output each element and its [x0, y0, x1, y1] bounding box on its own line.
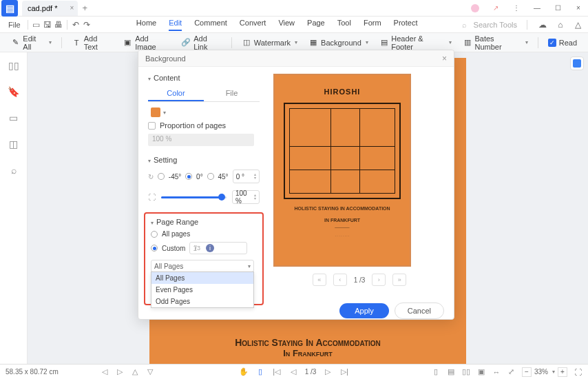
page-subset-select[interactable]: All Pages▾	[151, 260, 254, 272]
search-panel-icon[interactable]: ⌕	[8, 164, 20, 176]
info-icon[interactable]: i	[206, 244, 214, 252]
tab-edit[interactable]: Edit	[169, 19, 182, 31]
tab-home[interactable]: Home	[136, 19, 156, 31]
custom-radio[interactable]	[151, 245, 158, 252]
first-page-icon[interactable]: |◁	[272, 367, 282, 377]
fit-width-icon[interactable]: ↔	[492, 367, 501, 377]
app-logo: ▤	[1, 0, 18, 17]
zoom-in-button[interactable]: +	[558, 367, 567, 377]
view-facing-icon[interactable]: ▯▯	[461, 367, 471, 377]
attachments-icon[interactable]: ▭	[8, 112, 20, 124]
page-range-section: Page Range All pages Custom /3 i All Pag…	[144, 212, 264, 305]
close-window-button[interactable]: ×	[569, 1, 588, 15]
home-icon[interactable]: ⌂	[555, 19, 566, 30]
cancel-button[interactable]: Cancel	[395, 303, 444, 319]
help-icon[interactable]: △	[573, 19, 584, 30]
pager-prev[interactable]: ‹	[333, 274, 347, 286]
content-section-header[interactable]: Content	[148, 74, 260, 82]
dialog-close-button[interactable]: ×	[442, 54, 447, 63]
file-menu[interactable]: File	[4, 21, 25, 29]
opacity-icon: ⛶	[148, 193, 156, 201]
fit-page-icon[interactable]: ⤢	[507, 367, 516, 377]
nav-next-icon[interactable]: ▷	[115, 367, 125, 377]
side-app-badge[interactable]	[570, 57, 584, 70]
color-tab[interactable]: Color	[148, 86, 204, 101]
preview-subtitle2: In Frankfurt	[324, 218, 360, 223]
share-icon[interactable]: ↗	[486, 1, 505, 15]
save-icon[interactable]: 🖫	[42, 19, 53, 30]
pager-next[interactable]: ›	[372, 274, 386, 286]
add-text-button[interactable]: TAdd Text	[67, 32, 116, 53]
setting-section-header[interactable]: Setting	[148, 156, 260, 164]
option-odd-pages[interactable]: Odd Pages	[151, 296, 253, 307]
more-icon[interactable]: ⋮	[507, 1, 526, 15]
nav-up-icon[interactable]: △	[130, 367, 140, 377]
preview-meta: · · · · · · · ·	[335, 234, 350, 238]
hand-tool-icon[interactable]: ✋	[239, 367, 249, 377]
file-tab[interactable]: File	[204, 86, 260, 101]
tab-protect[interactable]: Protect	[394, 19, 418, 31]
account-icon[interactable]	[465, 1, 485, 15]
page-heading: Holistic Staying In Accommodation In Fra…	[235, 337, 381, 358]
tab-comment[interactable]: Comment	[194, 19, 227, 31]
page-range-header[interactable]: Page Range	[151, 218, 257, 226]
option-all-pages[interactable]: All Pages	[151, 272, 253, 284]
minimize-button[interactable]: —	[527, 1, 547, 15]
redo-icon[interactable]: ↷	[81, 19, 92, 30]
view-continuous-icon[interactable]: ▤	[446, 367, 456, 377]
print-icon[interactable]: 🖶	[53, 19, 64, 30]
watermark-button[interactable]: ◫Watermark▾	[238, 36, 302, 50]
angle-0-radio[interactable]	[185, 173, 192, 180]
nav-prev-icon[interactable]: ◁	[100, 367, 109, 377]
last-page-icon[interactable]: ▷|	[339, 367, 349, 377]
read-toggle[interactable]: ✓Read	[544, 37, 581, 49]
tab-convert[interactable]: Convert	[240, 19, 266, 31]
preview-subtitle1: Holistic Staying In Accommodation	[294, 206, 390, 211]
document-tab[interactable]: cad.pdf * ×	[22, 1, 78, 16]
zoom-level[interactable]: 33%	[534, 368, 548, 376]
new-tab-button[interactable]: +	[82, 3, 87, 13]
layers-icon[interactable]: ◫	[8, 138, 20, 150]
angle-45-radio[interactable]	[207, 173, 214, 180]
background-button[interactable]: ▦Background▾	[304, 36, 372, 50]
opacity-slider[interactable]	[161, 196, 227, 198]
title-bar: ▤ cad.pdf * × + ↗ ⋮ — ☐ ×	[0, 0, 588, 17]
select-tool-icon[interactable]: ▯	[255, 367, 265, 377]
view-single-icon[interactable]: ▯	[431, 367, 441, 377]
tab-form[interactable]: Form	[364, 19, 381, 31]
search-tools-placeholder[interactable]: Search Tools	[474, 21, 517, 29]
edit-all-button[interactable]: ✎Edit All▾	[7, 32, 56, 53]
angle-input[interactable]: 0 °▴▾	[233, 170, 260, 183]
fullscreen-icon[interactable]: ⛶	[573, 367, 582, 377]
all-pages-radio[interactable]	[151, 231, 158, 238]
tab-tool[interactable]: Tool	[337, 19, 351, 31]
thumbnails-icon[interactable]: ▯▯	[8, 59, 20, 72]
opacity-input[interactable]: 100 %▴▾	[232, 190, 260, 204]
option-even-pages[interactable]: Even Pages	[151, 284, 253, 296]
maximize-button[interactable]: ☐	[548, 1, 567, 15]
left-sidebar: ▯▯ 🔖 ▭ ◫ ⌕	[0, 52, 28, 379]
undo-icon[interactable]: ↶	[70, 19, 81, 30]
open-icon[interactable]: ▭	[31, 19, 42, 30]
close-tab-icon[interactable]: ×	[70, 4, 74, 12]
page-indicator[interactable]: 1 /3	[305, 368, 317, 376]
bates-number-button[interactable]: ▥Bates Number▾	[459, 32, 532, 53]
tab-page[interactable]: Page	[307, 19, 325, 31]
tab-view[interactable]: View	[278, 19, 295, 31]
pager-first[interactable]: «	[313, 274, 326, 286]
custom-pages-input[interactable]	[189, 242, 247, 254]
bookmarks-icon[interactable]: 🔖	[8, 85, 20, 98]
cloud-icon[interactable]: ☁	[537, 19, 548, 30]
apply-button[interactable]: Apply	[339, 303, 389, 318]
prev-page-icon[interactable]: ◁	[288, 367, 298, 377]
pager-last[interactable]: »	[392, 274, 406, 286]
proportion-checkbox[interactable]	[148, 122, 156, 130]
angle-neg45-radio[interactable]	[158, 173, 165, 180]
color-picker[interactable]: ▾	[151, 107, 260, 117]
zoom-out-button[interactable]: −	[522, 367, 532, 377]
proportion-value: 100 %	[148, 134, 254, 146]
view-cover-icon[interactable]: ▣	[476, 367, 486, 377]
nav-down-icon[interactable]: ▽	[145, 367, 155, 377]
next-page-icon[interactable]: ▷	[323, 367, 333, 377]
background-dialog: Background × Content Color File ▾ Propor…	[138, 50, 454, 320]
